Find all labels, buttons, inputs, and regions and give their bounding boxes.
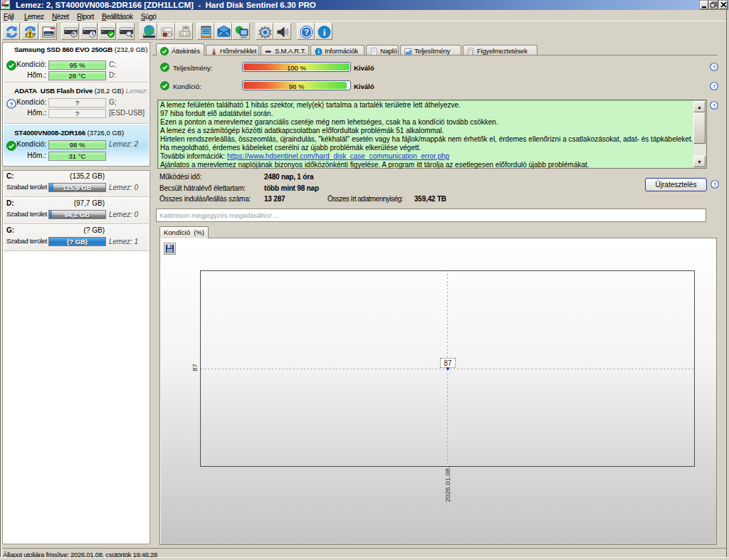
svg-text:i: i xyxy=(323,27,326,38)
svg-text:?: ? xyxy=(304,28,309,36)
svg-text:?: ? xyxy=(713,83,716,90)
svg-text:?: ? xyxy=(713,64,716,70)
svg-text:?: ? xyxy=(713,181,717,188)
svg-text:i: i xyxy=(318,48,319,55)
svg-text:?: ? xyxy=(713,102,716,109)
